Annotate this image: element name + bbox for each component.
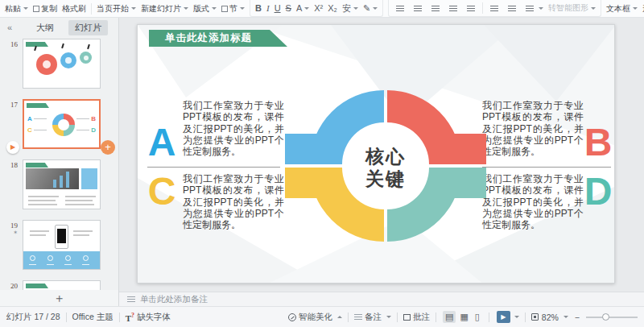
- chevron-down-icon: [386, 316, 391, 318]
- core-ring-diagram[interactable]: 核心 关键: [257, 57, 514, 275]
- slide-17-editor[interactable]: 单击此处添加标题 A 我们工作室致力于专业PPT模板的发布，课件及汇报PPT的美…: [137, 24, 615, 284]
- person-figure: [34, 46, 37, 51]
- play-from-current-button[interactable]: 当页开始: [94, 2, 138, 16]
- thumbnail-row-18: 18: [0, 159, 118, 209]
- align-center-icon: [414, 6, 422, 11]
- line-spacing-button[interactable]: [521, 4, 546, 13]
- pinyin-guide-button[interactable]: 安: [340, 2, 361, 15]
- gear-shape: [80, 52, 92, 64]
- mini-letter-c: C: [27, 126, 32, 134]
- smart-beautify-button[interactable]: 智能美化: [288, 312, 342, 323]
- divider: [91, 3, 92, 14]
- comments-button[interactable]: 批注: [403, 312, 430, 323]
- normal-view-button[interactable]: ▤: [443, 311, 456, 323]
- superscript-button[interactable]: X²: [312, 2, 325, 14]
- slide-thumbnail-16[interactable]: [23, 39, 101, 89]
- play-from-slide-button[interactable]: ▶: [6, 141, 19, 154]
- divider: [436, 313, 436, 322]
- zoom-slider-handle[interactable]: [602, 313, 609, 321]
- mini-text-line: [65, 200, 93, 201]
- theme-name: Office 主题: [72, 312, 114, 323]
- layout-button[interactable]: 版式: [191, 2, 219, 16]
- slide-sorter-view-button[interactable]: ▦: [457, 311, 470, 323]
- mini-phone: [55, 225, 68, 249]
- section-letter-d[interactable]: D: [580, 172, 615, 211]
- line-spacing-icon: [526, 6, 534, 11]
- mini-title-banner: [26, 163, 48, 168]
- add-slide-overlay-button[interactable]: +: [101, 140, 115, 155]
- bullet-list-icon: [490, 6, 498, 11]
- mini-blue-block: [81, 168, 97, 189]
- italic-button[interactable]: I: [264, 2, 272, 14]
- zoom-level-button[interactable]: 82%: [542, 313, 568, 322]
- section-letter-c[interactable]: C: [144, 172, 180, 211]
- align-center-button[interactable]: [409, 4, 427, 13]
- fit-to-window-icon[interactable]: [531, 313, 539, 321]
- panel-tabs: « 大纲 幻灯片: [0, 18, 118, 37]
- chevron-down-icon: [212, 7, 217, 10]
- highlighter-button[interactable]: ✎: [361, 2, 380, 14]
- new-slide-button[interactable]: 新建幻灯片: [138, 2, 191, 16]
- mini-text-line: [73, 230, 93, 232]
- zoom-out-button[interactable]: −: [575, 313, 580, 322]
- slide-title-placeholder[interactable]: 单击此处添加标题: [149, 30, 287, 47]
- slide-number: 20: [0, 280, 23, 290]
- mini-circle-icon: [47, 255, 53, 261]
- person-figure: [87, 44, 90, 49]
- chevron-down-icon: [539, 7, 543, 10]
- section-letter-b[interactable]: B: [580, 123, 615, 162]
- distribute-button[interactable]: [462, 4, 480, 13]
- slide-canvas: 单击此处添加标题 A 我们工作室致力于专业PPT模板的发布，课件及汇报PPT的美…: [119, 18, 644, 292]
- new-slide-footer-button[interactable]: ＋: [0, 290, 118, 306]
- copy-button[interactable]: 复制: [31, 2, 60, 16]
- slideshow-play-button[interactable]: ▶: [497, 311, 510, 323]
- zoom-slider[interactable]: [586, 317, 638, 318]
- collapse-panel-button[interactable]: «: [0, 23, 19, 32]
- convert-smart-graphic-button[interactable]: 转智能图形: [546, 1, 598, 15]
- format-painter-button[interactable]: 格式刷: [60, 2, 89, 16]
- missing-font-button[interactable]: T?缺失字体: [126, 312, 171, 323]
- mini-text-line: [34, 130, 47, 130]
- bold-button[interactable]: B: [253, 2, 264, 14]
- section-icon: [221, 6, 228, 12]
- slide-thumbnail-18[interactable]: [23, 159, 101, 209]
- mini-text-line: [64, 264, 72, 265]
- mini-title-banner: [27, 103, 49, 108]
- align-justify-button[interactable]: [444, 4, 462, 13]
- notes-bar[interactable]: 单击此处添加备注: [119, 292, 644, 306]
- divider: [119, 313, 120, 322]
- underline-button[interactable]: U: [272, 2, 283, 14]
- font-color-button[interactable]: A: [294, 2, 312, 14]
- tab-slides[interactable]: 幻灯片: [68, 20, 108, 35]
- mini-text-line: [28, 196, 59, 197]
- divider: [525, 313, 526, 322]
- slide-number: 19✶: [0, 220, 23, 270]
- text-box-button[interactable]: 文本框: [604, 2, 640, 16]
- section-letter-a[interactable]: A: [144, 123, 180, 162]
- slide-thumbnail-19[interactable]: [23, 220, 101, 270]
- section-button[interactable]: 节: [219, 2, 247, 16]
- thumbnail-row-16: 16: [0, 39, 118, 89]
- strikethrough-button[interactable]: S: [283, 2, 294, 14]
- reading-view-button[interactable]: ▯: [473, 311, 482, 323]
- shapes-button[interactable]: 形状: [640, 2, 644, 16]
- align-right-icon: [431, 6, 440, 11]
- mini-text-line: [47, 264, 54, 265]
- paste-button[interactable]: 粘贴: [2, 2, 31, 16]
- align-left-button[interactable]: [391, 4, 409, 13]
- mini-chart-bar: [66, 172, 69, 188]
- thumbnail-row-17: 17 A C B D ▶ +: [0, 99, 118, 149]
- slide-number: 16: [0, 39, 23, 89]
- divider: [348, 313, 349, 322]
- notes-toggle-button[interactable]: 备注: [354, 312, 391, 323]
- align-justify-icon: [449, 6, 457, 11]
- tab-outline[interactable]: 大纲: [30, 20, 60, 35]
- subscript-button[interactable]: X₂: [325, 2, 340, 14]
- divider: [397, 313, 398, 322]
- align-right-button[interactable]: [427, 4, 444, 13]
- bullets-button[interactable]: [485, 4, 503, 13]
- slide-thumbnail-17-selected[interactable]: A C B D: [23, 99, 101, 149]
- chevron-down-icon: [23, 7, 28, 10]
- slide-thumbnail-20[interactable]: [23, 280, 101, 290]
- numbering-button[interactable]: [503, 4, 521, 13]
